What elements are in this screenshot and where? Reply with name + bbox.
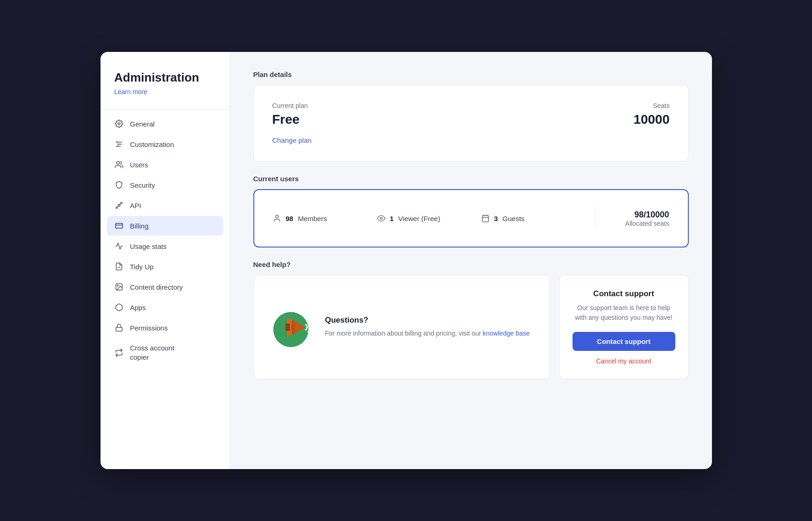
sidebar-item-label: Customization — [130, 140, 216, 148]
allocated-sub: Allocated seats — [604, 220, 669, 227]
svg-rect-18 — [116, 327, 122, 331]
billing-icon — [114, 221, 124, 230]
gear-icon — [114, 119, 124, 128]
questions-text: Questions? For more information about bi… — [325, 316, 530, 338]
need-help-row: Questions? For more information about bi… — [253, 275, 689, 379]
sidebar-nav: General Customization — [101, 114, 230, 367]
members-stat: 98 Members — [273, 214, 377, 222]
sidebar-item-label: Usage stats — [130, 242, 216, 250]
plan-details-card: Current plan Free Change plan Seats 1000… — [253, 85, 689, 162]
viewers-label: Viewer (Free) — [398, 215, 441, 222]
sidebar-item-label: General — [130, 120, 216, 128]
app-title: Administration — [114, 70, 216, 85]
svg-point-28 — [291, 320, 295, 335]
api-icon — [114, 201, 124, 210]
sidebar-item-usage-stats[interactable]: Usage stats — [107, 236, 223, 256]
members-count: 98 — [286, 215, 294, 222]
sidebar-item-general[interactable]: General — [107, 114, 223, 133]
sidebar-item-billing[interactable]: Billing — [107, 216, 223, 235]
sidebar-item-label: Cross accountcopier — [130, 343, 216, 362]
sidebar-item-permissions[interactable]: Permissions — [107, 318, 223, 337]
allocated-seats: 98/10000 Allocated seats — [604, 210, 669, 227]
contact-support-button[interactable]: Contact support — [573, 332, 675, 351]
sidebar-item-cross-account-copier[interactable]: Cross accountcopier — [107, 338, 223, 367]
viewer-icon — [377, 214, 385, 222]
sidebar-divider — [101, 109, 230, 109]
svg-point-7 — [116, 161, 119, 164]
stat-divider — [595, 207, 595, 230]
sidebar-header: Administration Learn more — [101, 70, 230, 109]
members-label: Members — [298, 215, 327, 222]
lock-icon — [114, 323, 124, 332]
support-body: Our support team is here to help with an… — [573, 303, 675, 323]
svg-rect-13 — [115, 223, 122, 229]
arrows-icon — [114, 348, 124, 357]
apps-icon — [114, 303, 124, 312]
viewers-stat: 1 Viewer (Free) — [377, 214, 481, 222]
svg-rect-21 — [482, 216, 489, 222]
cancel-account-link[interactable]: Cancel my account — [596, 357, 651, 365]
questions-body: For more information about billing and p… — [325, 329, 530, 338]
guests-stat: 3 Guests — [481, 214, 585, 222]
guests-label: Guests — [503, 215, 525, 222]
plan-name: Free — [272, 112, 634, 127]
plan-details-title: Plan details — [253, 70, 689, 78]
sidebar-item-customization[interactable]: Customization — [107, 134, 223, 154]
need-help-title: Need help? — [253, 260, 689, 268]
seats-label: Seats — [634, 102, 670, 109]
plan-info: Current plan Free Change plan — [272, 102, 634, 145]
current-users-title: Current users — [253, 175, 689, 183]
allocated-main: 98/10000 — [604, 210, 669, 220]
change-plan-link[interactable]: Change plan — [272, 136, 312, 144]
sidebar-item-tidy-up[interactable]: Tidy Up — [107, 257, 223, 276]
sidebar-item-apps[interactable]: Apps — [107, 298, 223, 317]
sidebar-item-security[interactable]: Security — [107, 175, 223, 195]
svg-line-11 — [117, 206, 118, 207]
guest-icon — [481, 214, 490, 222]
main-content: Plan details Current plan Free Change pl… — [230, 52, 712, 469]
sidebar-item-label: Security — [130, 181, 216, 189]
svg-point-6 — [117, 146, 118, 147]
sidebar-item-label: API — [130, 202, 216, 210]
current-users-card: 98 Members 1 Viewer (Free) 3 — [253, 189, 689, 248]
chart-icon — [114, 241, 124, 251]
guests-count: 3 — [494, 215, 498, 222]
svg-point-20 — [380, 217, 382, 220]
svg-point-5 — [118, 144, 119, 145]
sidebar-item-label: Permissions — [130, 324, 216, 332]
learn-more-link[interactable]: Learn more — [114, 88, 148, 95]
sidebar-item-label: Apps — [130, 304, 216, 311]
svg-point-17 — [117, 285, 118, 286]
sidebar-item-users[interactable]: Users — [107, 155, 223, 174]
member-icon — [273, 214, 281, 222]
seats-count: 10000 — [634, 112, 670, 127]
svg-point-4 — [116, 141, 118, 143]
questions-title: Questions? — [325, 316, 530, 325]
tidy-icon — [114, 262, 124, 271]
sidebar: Administration Learn more General — [101, 52, 230, 469]
sidebar-item-api[interactable]: API — [107, 196, 223, 215]
support-title: Contact support — [593, 289, 654, 299]
megaphone-illustration — [268, 304, 314, 350]
sliders-icon — [114, 140, 124, 149]
sidebar-item-label: Tidy Up — [130, 263, 216, 271]
svg-point-0 — [118, 123, 120, 125]
viewers-count: 1 — [390, 215, 394, 222]
sidebar-item-label: Billing — [130, 222, 216, 230]
shield-icon — [114, 180, 124, 190]
sidebar-item-content-directory[interactable]: Content directory — [107, 277, 223, 297]
content-icon — [114, 282, 124, 292]
current-plan-label: Current plan — [272, 102, 634, 109]
contact-support-card: Contact support Our support team is here… — [559, 275, 689, 379]
sidebar-item-label: Users — [130, 161, 216, 169]
svg-rect-29 — [285, 324, 290, 331]
sidebar-item-label: Content directory — [130, 283, 216, 291]
svg-line-12 — [120, 203, 121, 205]
questions-card: Questions? For more information about bi… — [253, 275, 550, 379]
svg-point-19 — [276, 215, 278, 218]
users-icon — [114, 160, 124, 169]
seats-info: Seats 10000 — [634, 102, 670, 127]
knowledge-base-link[interactable]: knowledge base — [483, 330, 529, 337]
